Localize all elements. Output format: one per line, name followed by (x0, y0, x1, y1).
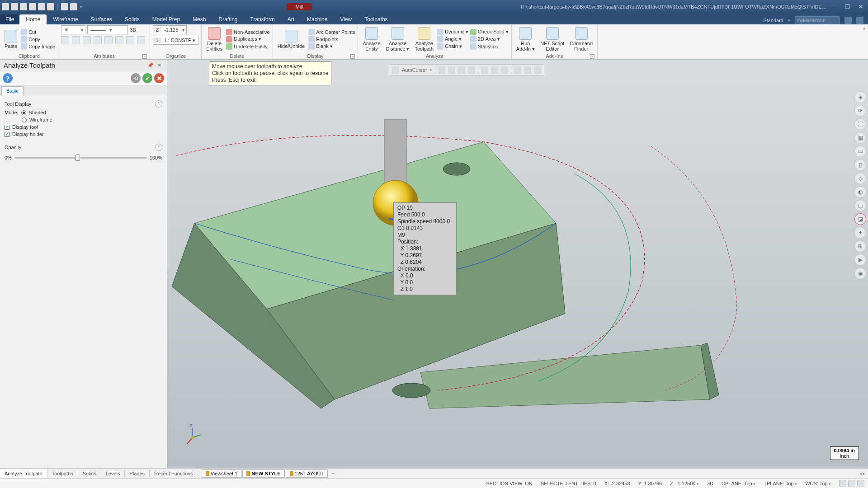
status-icon-3[interactable] (857, 480, 864, 487)
angle-button[interactable]: Angle ▾ (437, 36, 468, 42)
tab-transform[interactable]: Transform (244, 14, 281, 24)
launcher-icon[interactable]: ↘ (350, 54, 355, 59)
mode-3d[interactable]: 3D (707, 481, 713, 486)
lineweight-button[interactable] (83, 36, 91, 44)
attribute-button[interactable] (94, 36, 102, 44)
endpoints-button[interactable]: Endpoints (308, 36, 355, 42)
cut-button[interactable]: Cut (21, 29, 55, 35)
checkbox-display-holder[interactable]: ✔ (5, 132, 9, 137)
cancel-button[interactable]: ✖ (154, 73, 164, 83)
save-icon[interactable] (11, 3, 18, 10)
point-style-dropdown[interactable]: ✳▾ (61, 25, 85, 34)
tab-machine[interactable]: Machine (301, 14, 334, 24)
print-icon[interactable] (29, 3, 36, 10)
verify-icon[interactable]: ◉ (854, 267, 866, 279)
ribbon-collapse-icon[interactable]: ▴ (860, 24, 868, 59)
attribute-button-2[interactable] (126, 36, 134, 44)
chain-button[interactable]: Chain ▾ (437, 43, 468, 50)
open-icon[interactable] (20, 3, 27, 10)
duplicates-button[interactable]: Duplicates ▾ (226, 36, 269, 42)
collapse-icon[interactable]: ˄ (155, 144, 162, 151)
pin-icon[interactable]: 📌 (146, 62, 156, 68)
checkbox-display-tool[interactable]: ✔ (5, 125, 9, 130)
cplane-field[interactable]: CPLANE: Top (722, 481, 755, 486)
right-view-icon[interactable]: ▯ (854, 159, 866, 171)
tab-model-prep[interactable]: Model Prep (146, 14, 186, 24)
selection-icon[interactable] (481, 66, 488, 74)
status-icon-2[interactable] (848, 480, 855, 487)
opacity-slider[interactable] (14, 157, 147, 159)
area-button[interactable]: 2D Area ▾ (470, 36, 509, 42)
minimize-button[interactable]: — (828, 3, 839, 11)
set-all-button[interactable] (115, 36, 123, 44)
blank-button[interactable]: Blank ▾ (308, 43, 355, 50)
backplot-icon[interactable]: ▶ (854, 254, 866, 266)
qat-dropdown-icon[interactable]: ▾ (79, 5, 83, 9)
section-tool-display[interactable]: Tool Display ˄ (5, 99, 162, 109)
rotate-icon[interactable]: ⟳ (854, 105, 866, 117)
wireframe-view-icon[interactable]: ▢ (854, 200, 866, 211)
collapse-icon[interactable]: ˄ (155, 100, 162, 108)
refresh-icon[interactable] (524, 66, 531, 74)
tab-art[interactable]: Art (281, 14, 301, 24)
viewsheet-nav[interactable]: ◂ ▸ (857, 471, 868, 476)
undo-select-icon[interactable] (534, 66, 541, 74)
level-field[interactable]: 11 : CONSTF ▾ (153, 36, 198, 45)
tab-home[interactable]: Home (19, 14, 47, 24)
cursor-z[interactable]: Z: -1.12500 (670, 481, 699, 486)
viewport[interactable]: Move mouse over toolpath to analyze Clic… (167, 60, 868, 468)
section-opacity[interactable]: Opacity ˄ (5, 142, 162, 152)
color-button[interactable] (61, 36, 69, 44)
redo-icon[interactable] (70, 3, 77, 10)
polygon-select-icon[interactable] (501, 66, 508, 74)
fit-icon[interactable]: ⛶ (854, 118, 866, 130)
tab-mesh[interactable]: Mesh (186, 14, 212, 24)
tab-levels-mgr[interactable]: Levels (101, 469, 125, 478)
slider-thumb[interactable] (75, 155, 80, 161)
tab-drafting[interactable]: Drafting (212, 14, 244, 24)
ok-button[interactable]: ✔ (142, 73, 152, 83)
viewsheet-new-style[interactable]: NEW STYLE (242, 469, 284, 478)
community-icon[interactable] (844, 17, 852, 24)
copy-image-button[interactable]: Copy Image (21, 43, 55, 50)
snap-point-icon[interactable] (448, 66, 455, 74)
copy-button[interactable]: Copy (21, 36, 55, 42)
section-view-status[interactable]: SECTION VIEW: ON (486, 481, 532, 486)
snap-icon[interactable] (392, 66, 399, 74)
shade-icon[interactable]: ◐ (854, 186, 866, 198)
workspace-label[interactable]: Standard (763, 18, 783, 23)
undo-icon[interactable] (61, 3, 68, 10)
autocursor-dropdown-icon[interactable]: ▾ (430, 68, 432, 72)
gnomon-icon[interactable]: ◈ (854, 91, 866, 103)
file-menu[interactable]: File (0, 14, 19, 24)
tab-basic[interactable]: Basic (1, 86, 24, 95)
net-script-button[interactable]: NET-Script Editor (538, 26, 566, 52)
undelete-button[interactable]: Undelete Entity (226, 43, 269, 50)
tab-solids-mgr[interactable]: Solids (78, 469, 101, 478)
tab-surfaces[interactable]: Surfaces (85, 14, 118, 24)
launcher-icon[interactable]: ↘ (142, 54, 147, 59)
tab-wireframe[interactable]: Wireframe (47, 14, 84, 24)
arc-center-button[interactable]: Arc Center Points (308, 29, 355, 35)
tab-recent-functions[interactable]: Recent Functions (150, 469, 198, 478)
radio-wireframe[interactable] (22, 117, 27, 122)
panel-close-icon[interactable]: ✕ (156, 62, 163, 68)
attribute-button-3[interactable] (137, 36, 145, 44)
tab-planes-mgr[interactable]: Planes (125, 469, 150, 478)
check-solid-button[interactable]: Check Solid ▾ (470, 29, 509, 35)
z-depth-field[interactable]: Z-1.125▾ (153, 25, 187, 34)
restore-button[interactable]: ❐ (842, 3, 853, 11)
axis-icon[interactable] (438, 66, 445, 74)
statistics-button[interactable]: Statistics (470, 43, 509, 50)
launcher-icon[interactable]: ↘ (590, 54, 594, 59)
material-button[interactable] (72, 36, 80, 44)
command-finder-button[interactable]: Command Finder (568, 26, 594, 52)
analyze-distance-button[interactable]: Analyze Distance ▾ (384, 26, 411, 52)
tab-analyze-toolpath[interactable]: Analyze Toolpath (0, 469, 47, 478)
snap-mid-icon[interactable] (458, 66, 465, 74)
viewsheet-1[interactable]: Viewsheet 1 (202, 469, 242, 478)
dynamic-button[interactable]: Dynamic ▾ (437, 29, 468, 35)
status-icon-1[interactable] (839, 480, 846, 487)
analyze-entity-button[interactable]: Analyze Entity (361, 26, 382, 52)
close-button[interactable]: ✕ (855, 3, 866, 11)
